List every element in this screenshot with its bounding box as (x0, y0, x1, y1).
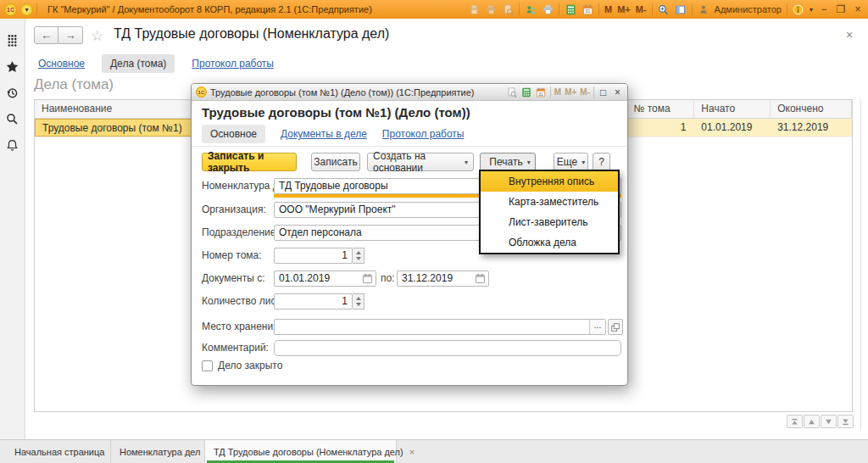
split-window-button[interactable] (675, 3, 687, 15)
sheet-count-field[interactable]: 1 (274, 293, 353, 310)
menu-item-substitute-card[interactable]: Карта-заместитель (481, 192, 618, 212)
docs-to-field[interactable]: 31.12.2019 (397, 271, 489, 287)
case-closed-label: Дело закрыто (218, 360, 282, 371)
help-button[interactable]: ? (593, 153, 610, 171)
memory-m-minus-button[interactable]: M- (636, 4, 647, 14)
minimize-button[interactable]: − (818, 3, 830, 15)
save-label: Записать (314, 156, 357, 168)
calendar-picker-icon[interactable] (475, 273, 487, 285)
chevron-down-icon: ▾ (527, 159, 531, 166)
save-button[interactable]: Записать (311, 153, 360, 171)
tab-home-label: Начальная страница (14, 447, 104, 457)
create-based-on-button[interactable]: Создать на основании▾ (367, 153, 474, 171)
forward-button[interactable]: → (58, 26, 83, 44)
cell-volume[interactable]: 1 (627, 119, 695, 137)
zoom-button[interactable] (658, 3, 670, 15)
save-button[interactable] (468, 3, 480, 15)
go-first-button[interactable] (787, 415, 803, 428)
divider (519, 3, 520, 15)
memory-m-plus-button[interactable]: M+ (565, 87, 576, 97)
spin-up-icon[interactable] (353, 294, 364, 302)
choose-button[interactable]: ... (589, 320, 605, 334)
favorites-button[interactable] (0, 53, 25, 80)
docs-from-field[interactable]: 01.01.2019 (274, 271, 376, 287)
dialog-titlebar: 1С Трудовые договоры (том №1) (Дело (том… (192, 84, 627, 101)
memory-m-minus-button[interactable]: M- (580, 87, 590, 97)
menu-item-internal-inventory[interactable]: Внутренняя опись (481, 171, 618, 192)
history-button[interactable] (0, 80, 25, 106)
chevron-down-icon: ▾ (581, 159, 585, 166)
form-close-button[interactable]: × (846, 28, 853, 42)
print-button[interactable] (485, 3, 497, 15)
calculator-button[interactable] (565, 3, 576, 15)
volume-number-field[interactable]: 1 (274, 248, 353, 264)
close-button[interactable]: × (852, 3, 864, 15)
back-button[interactable]: ← (34, 26, 58, 44)
column-header-started[interactable]: Начато (694, 100, 771, 118)
calendar-button[interactable] (536, 86, 547, 98)
storage-field[interactable]: ... (274, 319, 606, 335)
memory-m-plus-button[interactable]: M+ (617, 4, 631, 14)
spin-down-icon[interactable] (353, 302, 364, 310)
print-file-button[interactable] (542, 3, 554, 15)
column-header-volume[interactable]: № тома (627, 100, 695, 118)
dialog-close-button[interactable]: × (612, 86, 623, 98)
window-title: ГК "Меркурий" / Документооборот 8 КОРП, … (47, 4, 372, 14)
go-last-button[interactable] (837, 415, 854, 428)
links-button[interactable] (525, 3, 537, 15)
chevron-down-icon[interactable]: ▾ (810, 6, 813, 14)
sheet-count-stepper[interactable] (353, 293, 364, 310)
notifications-button[interactable] (0, 132, 25, 159)
spin-down-icon[interactable] (353, 256, 364, 264)
print-menu: Внутренняя опись Карта-заместитель Лист-… (479, 170, 620, 254)
volume-number-stepper[interactable] (353, 248, 364, 264)
go-prev-button[interactable] (804, 415, 820, 428)
divider (598, 3, 599, 15)
tab-protokol[interactable]: Протокол работы (192, 58, 274, 70)
column-header-finished[interactable]: Окончено (771, 100, 852, 118)
cell-finished[interactable]: 31.12.2019 (771, 119, 852, 137)
restore-button[interactable]: ❐ (835, 3, 847, 15)
tab-osnovnoe[interactable]: Основное (38, 58, 85, 70)
cell-started[interactable]: 01.01.2019 (694, 119, 771, 137)
help-label: ? (598, 156, 604, 168)
more-button[interactable]: Еще▾ (554, 153, 588, 171)
divider (192, 146, 626, 147)
info-button[interactable] (793, 3, 804, 15)
memory-m-button[interactable]: M (554, 87, 561, 97)
calendar-button[interactable] (581, 3, 593, 15)
more-label: Еще (557, 156, 577, 168)
tab-home[interactable]: Начальная страница (0, 440, 111, 463)
chevron-down-icon: ▾ (465, 159, 468, 166)
tab-trudovye-dogovory[interactable]: ТД Трудовые договоры (Номенклатура дел) … (205, 440, 397, 463)
menu-item-case-cover[interactable]: Обложка дела (481, 232, 618, 253)
sections-menu-button[interactable] (0, 27, 25, 53)
tab-close-icon[interactable]: × (409, 447, 415, 457)
tab-dela-toma[interactable]: Дела (тома) (102, 54, 175, 73)
main-menu-button[interactable]: ▾ (20, 3, 33, 16)
calendar-picker-icon[interactable] (362, 273, 374, 285)
tab-trudovye-label: ТД Трудовые договоры (Номенклатура дел) (214, 447, 403, 457)
print-preview-button[interactable] (507, 86, 518, 98)
history-nav: ← → (34, 26, 83, 44)
organization-label: Организация: (202, 202, 266, 218)
current-user[interactable]: Администратор (715, 4, 782, 14)
open-button[interactable] (608, 319, 623, 335)
spin-up-icon[interactable] (353, 248, 364, 256)
menu-item-certifying-sheet[interactable]: Лист-заверитель (481, 212, 618, 232)
dialog-maximize-button[interactable]: □ (598, 86, 609, 98)
comment-field[interactable] (274, 340, 621, 356)
memory-m-button[interactable]: M (604, 4, 612, 14)
dialog-tab-protokol[interactable]: Протокол работы (382, 128, 465, 140)
tab-nomenclature[interactable]: Номенклатура дел × (111, 440, 205, 463)
case-closed-checkbox[interactable] (202, 360, 213, 371)
print-button[interactable]: Печать▾ (480, 153, 536, 171)
calculator-button[interactable] (521, 86, 532, 98)
dialog-tab-osnovnoe[interactable]: Основное (202, 125, 265, 143)
print-preview-button[interactable] (502, 3, 514, 15)
favorite-star-icon[interactable]: ☆ (91, 27, 103, 45)
search-button[interactable] (0, 106, 25, 132)
save-and-close-button[interactable]: Записать и закрыть (202, 153, 297, 171)
go-next-button[interactable] (821, 415, 837, 428)
dialog-tab-documents[interactable]: Документы в деле (281, 128, 367, 140)
